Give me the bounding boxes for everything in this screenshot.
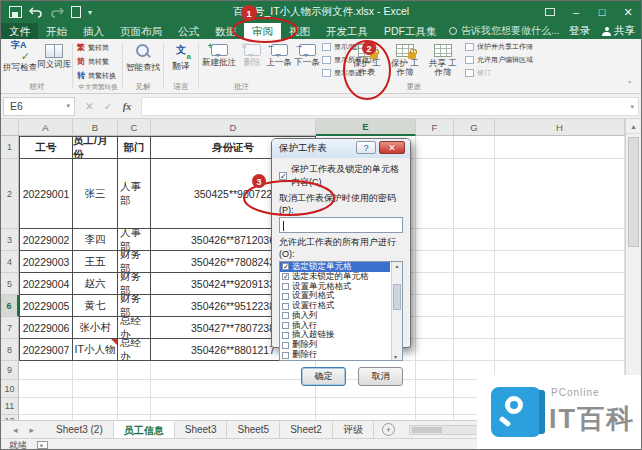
option-checkbox[interactable] — [282, 303, 289, 310]
insert-function-icon[interactable]: fx — [123, 101, 132, 112]
column-header-B[interactable]: B — [73, 119, 118, 136]
row-header-10[interactable]: 10 — [1, 380, 19, 398]
row-header-5[interactable]: 5 — [1, 273, 19, 295]
cell-B6[interactable]: 黄七 — [73, 295, 118, 317]
column-header-F[interactable]: F — [416, 119, 454, 136]
cell-H6[interactable] — [495, 295, 625, 317]
formula-expand-icon[interactable]: ▾ — [630, 103, 634, 111]
row-header-4[interactable]: 4 — [1, 251, 19, 273]
tab-视图[interactable]: 视图 — [281, 23, 318, 39]
new-sheet-button[interactable]: + — [382, 423, 395, 436]
tab-插入[interactable]: 插入 — [75, 23, 112, 39]
cell-F6[interactable] — [416, 295, 454, 317]
tab-PDF工具集[interactable]: PDF工具集 — [376, 23, 445, 39]
tab-数据[interactable]: 数据 — [207, 23, 244, 39]
cell-B11[interactable] — [73, 398, 118, 415]
cell-H8[interactable] — [495, 339, 625, 361]
sign-in-button[interactable]: 登录 — [569, 24, 590, 38]
list-scroll-thumb[interactable] — [393, 284, 401, 310]
cell-G8[interactable] — [454, 339, 495, 361]
cell-H1[interactable] — [495, 136, 625, 159]
tab-开始[interactable]: 开始 — [38, 23, 75, 39]
cell-D11[interactable] — [151, 398, 316, 415]
protect-share-workbook-button[interactable]: 保护并共享工作簿 — [465, 42, 533, 52]
select-all-corner[interactable] — [1, 119, 19, 136]
cell-B7[interactable]: 张小村 — [73, 317, 118, 339]
cell-H4[interactable] — [495, 251, 625, 273]
cell-C3[interactable]: 人事部 — [118, 229, 151, 251]
column-header-D[interactable]: D — [151, 119, 316, 136]
allow-edit-ranges-button[interactable]: 允许用户编辑区域 — [465, 55, 533, 65]
cell-C11[interactable] — [118, 398, 151, 415]
trad-to-simp-button[interactable]: 繁繁转简 — [77, 42, 116, 53]
column-header-H[interactable]: H — [495, 119, 625, 136]
minimize-button[interactable]: – — [563, 1, 589, 23]
cell-C1[interactable]: 部门 — [118, 136, 151, 159]
prev-sheet-icon[interactable]: ◂ — [13, 425, 18, 435]
cell-B4[interactable]: 王五 — [73, 251, 118, 273]
sheet-tab-Sheet3[interactable]: Sheet3 — [175, 421, 228, 438]
share-workbook-button[interactable]: 共享 工作簿 — [425, 41, 461, 83]
row-header-11[interactable]: 11 — [1, 398, 19, 415]
scroll-down-icon[interactable]: ▾ — [394, 353, 397, 360]
option-checkbox[interactable] — [282, 332, 289, 339]
convert-button[interactable]: 转简繁转换 — [77, 70, 116, 81]
undo-icon[interactable] — [29, 6, 43, 18]
formula-input[interactable]: ▾ — [141, 97, 639, 116]
sheet-tab-Sheet2[interactable]: Sheet2 — [280, 421, 333, 438]
next-sheet-icon[interactable]: ▸ — [30, 425, 35, 435]
cell-F2[interactable] — [416, 159, 454, 229]
cell-H2[interactable] — [495, 159, 625, 229]
sheet-tab-员工信息[interactable]: 员工信息 — [114, 421, 175, 438]
list-scrollbar[interactable]: ▴▾ — [391, 262, 402, 360]
cell-F10[interactable] — [416, 380, 454, 398]
cell-C4[interactable]: 财务部 — [118, 251, 151, 273]
cell-H5[interactable] — [495, 273, 625, 295]
next-comment-button[interactable]: → 下一条 — [294, 41, 320, 83]
cell-A3[interactable]: 20229002 — [19, 229, 73, 251]
cell-F11[interactable] — [416, 398, 454, 415]
cell-B3[interactable]: 李四 — [73, 229, 118, 251]
cell-C5[interactable]: 财务部 — [118, 273, 151, 295]
simp-to-trad-button[interactable]: 简简转繁 — [77, 56, 116, 67]
cell-C8[interactable]: 总经办 — [118, 339, 151, 361]
cell-A5[interactable]: 20229004 — [19, 273, 73, 295]
cell-F3[interactable] — [416, 229, 454, 251]
cell-A11[interactable] — [19, 398, 73, 415]
row-header-6[interactable]: 6 — [1, 295, 19, 317]
cancel-button[interactable]: 取消 — [358, 367, 403, 386]
spelling-button[interactable]: 字A✓ 拼写检查 — [3, 41, 37, 83]
cancel-entry-icon[interactable]: ✕ — [85, 100, 94, 112]
cell-F8[interactable] — [416, 339, 454, 361]
cell-G1[interactable] — [454, 136, 495, 159]
protect-workbook-button[interactable]: 保护 工作簿 — [387, 41, 423, 83]
option-checkbox[interactable] — [282, 283, 289, 290]
cell-F9[interactable] — [416, 361, 454, 380]
tab-公式[interactable]: 公式 — [170, 23, 207, 39]
cell-A2[interactable]: 20229001 — [19, 159, 73, 229]
option-checkbox[interactable] — [282, 352, 289, 359]
dialog-close-button[interactable]: ✕ — [379, 141, 405, 154]
option-checkbox[interactable]: ✓ — [282, 273, 289, 280]
row-header-7[interactable]: 7 — [1, 317, 19, 339]
cell-H7[interactable] — [495, 317, 625, 339]
collapse-ribbon-icon[interactable]: ⌃ — [626, 80, 633, 89]
cell-A6[interactable]: 20229005 — [19, 295, 73, 317]
name-box[interactable]: E6▾ — [3, 97, 75, 116]
cell-A7[interactable]: 20229006 — [19, 317, 73, 339]
protect-sheet-button[interactable]: 保护 工作表 — [349, 41, 385, 83]
option-checkbox[interactable]: ✓ — [282, 263, 289, 270]
vertical-scroll-thumb[interactable] — [628, 137, 639, 247]
cell-A9[interactable] — [19, 361, 73, 380]
column-header-E[interactable]: E — [316, 119, 416, 136]
track-changes-button[interactable]: 修订 — [465, 68, 533, 78]
qat-customize-icon[interactable]: ▾ — [88, 8, 92, 17]
cell-G2[interactable] — [454, 159, 495, 229]
cell-F1[interactable] — [416, 136, 454, 159]
translate-button[interactable]: 文a 翻译 — [167, 41, 195, 83]
horizontal-scroll-thumb[interactable] — [412, 427, 442, 433]
previous-comment-button[interactable]: ← 上一条 — [266, 41, 292, 83]
cell-F4[interactable] — [416, 251, 454, 273]
scroll-up-icon[interactable]: ▲ — [626, 119, 641, 134]
maximize-button[interactable]: □ — [589, 1, 615, 23]
